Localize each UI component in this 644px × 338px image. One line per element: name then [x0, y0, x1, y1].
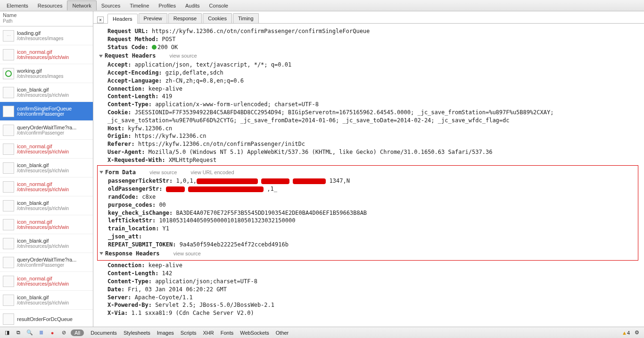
file-icon	[3, 313, 14, 325]
header-row: X-Via: 1.1 sxxa81:9 (Cdn Cache Server V2…	[99, 309, 638, 317]
request-name: confirmSingleForQueue	[17, 106, 72, 111]
chevron-down-icon[interactable]	[99, 252, 103, 255]
view-url-encoded-link[interactable]: view URL encoded	[181, 169, 234, 175]
request-row[interactable]: icon_blank.gif/otn/resources/js/rich/win	[0, 234, 93, 253]
chevron-down-icon[interactable]	[99, 171, 103, 174]
top-tabs: ElementsResourcesNetworkSourcesTimelineP…	[0, 0, 644, 11]
request-row[interactable]: confirmSingleForQueue/otn/confirmPasseng…	[0, 102, 93, 121]
filter-xhr[interactable]: XHR	[203, 330, 214, 336]
list-icon[interactable]: ≣	[37, 329, 45, 337]
detail-tab-cookies[interactable]: Cookies	[203, 13, 232, 23]
file-icon	[3, 125, 14, 136]
form-data-row: train_location: Y1	[98, 225, 638, 233]
request-row[interactable]: icon_blank.gif/otn/resources/js/rich/win	[0, 83, 93, 102]
request-name: icon_normal.gif	[17, 181, 69, 187]
request-name: icon_blank.gif	[17, 87, 69, 93]
request-name: icon_blank.gif	[17, 200, 69, 206]
console-icon[interactable]: ⧉	[14, 329, 23, 337]
header-row: Cookie: JSESSIONID=F7F35394922B4C5A8FD4B…	[99, 109, 638, 125]
request-row[interactable]: queryOrderWaitTime?ra.../otn/confirmPass…	[0, 121, 93, 140]
header-row: Accept-Language: zh-CN,zh;q=0.8,en;q=0.6	[99, 77, 638, 85]
view-source-link[interactable]: view source	[163, 251, 201, 256]
top-tab-audits[interactable]: Audits	[181, 1, 205, 10]
header-row: Host: kyfw.12306.cn	[99, 125, 638, 133]
search-icon[interactable]: 🔍	[25, 329, 34, 337]
block-icon[interactable]: ⊘	[59, 329, 68, 337]
request-row[interactable]: ⋯loading.gif/otn/resources/images	[0, 26, 93, 45]
filter-all[interactable]: All	[71, 330, 84, 336]
request-row[interactable]: working.gif/otn/resources/images	[0, 64, 93, 83]
chevron-down-icon[interactable]	[99, 55, 103, 58]
dock-icon[interactable]: ◨	[3, 329, 11, 337]
request-path: /otn/resources/js/rich/win	[17, 244, 69, 249]
request-row[interactable]: icon_normal.gif/otn/resources/js/rich/wi…	[0, 45, 93, 64]
header-row: Content-Type: application/x-www-form-url…	[99, 101, 638, 109]
top-tab-network[interactable]: Network	[67, 0, 96, 10]
form-data-row: _json_att:	[98, 233, 638, 241]
header-row: X-Powered-By: Servlet 2.5; JBoss-5.0/JBo…	[99, 301, 638, 309]
request-name: icon_blank.gif	[17, 162, 69, 168]
request-row[interactable]: queryOrderWaitTime?ra.../otn/confirmPass…	[0, 253, 93, 272]
top-tab-resources[interactable]: Resources	[33, 1, 67, 10]
record-icon[interactable]: ●	[48, 329, 57, 337]
detail-tab-preview[interactable]: Preview	[139, 13, 167, 23]
request-path: /otn/resources/js/rich/win	[17, 149, 69, 154]
top-tab-timeline[interactable]: Timeline	[125, 1, 154, 10]
form-data-row: passengerTicketStr: 1,0,1, 1347,N	[98, 177, 638, 185]
request-row[interactable]: icon_blank.gif/otn/resources/js/rich/win	[0, 159, 93, 177]
request-row[interactable]: icon_blank.gif/otn/resources/js/rich/win	[0, 291, 93, 310]
close-icon[interactable]: ×	[97, 17, 104, 23]
header-row: Content-Length: 419	[99, 93, 638, 101]
filter-websockets[interactable]: WebSockets	[240, 330, 269, 336]
request-path: /otn/resources/js/rich/win	[17, 168, 69, 173]
form-data-row: REPEAT_SUBMIT_TOKEN: 9a4a50f594eb22225e4…	[98, 241, 638, 249]
detail-tab-headers[interactable]: Headers	[107, 14, 138, 24]
request-path: /otn/resources/js/rich/win	[17, 187, 69, 192]
filter-stylesheets[interactable]: Stylesheets	[124, 330, 150, 336]
status-code: 200 OK	[157, 44, 178, 51]
request-path: /otn/resources/js/rich/win	[17, 225, 69, 230]
request-row[interactable]: icon_normal.gif/otn/resources/js/rich/wi…	[0, 140, 93, 159]
warning-badge[interactable]: ▲4	[622, 330, 630, 336]
req-method-label: Request Method:	[107, 36, 158, 42]
form-data-row: key_check_isChange: BA3DE4A07E70E72F5F3B…	[98, 209, 638, 217]
file-icon	[3, 49, 14, 60]
filter-scripts[interactable]: Scripts	[181, 330, 197, 336]
request-row[interactable]: resultOrderForDcQueue	[0, 310, 93, 327]
sidebar-header[interactable]: Name Path	[0, 11, 93, 26]
request-path: /otn/resources/images	[17, 36, 63, 41]
top-tab-elements[interactable]: Elements	[2, 1, 33, 10]
request-row[interactable]: icon_normal.gif/otn/resources/js/rich/wi…	[0, 215, 93, 234]
bottom-toolbar: ◨ ⧉ 🔍 ≣ ● ⊘ AllDocumentsStylesheetsImage…	[0, 327, 644, 338]
form-data-row: oldPassengerStr: ,1_	[98, 185, 638, 193]
file-icon	[3, 295, 14, 306]
detail-tab-response[interactable]: Response	[168, 13, 202, 23]
detail-tab-timing[interactable]: Timing	[233, 13, 259, 23]
header-row: Content-Length: 142	[99, 270, 638, 278]
top-tab-profiles[interactable]: Profiles	[154, 1, 181, 10]
request-row[interactable]: icon_normal.gif/otn/resources/js/rich/wi…	[0, 272, 93, 291]
header-row: Origin: https://kyfw.12306.cn	[99, 132, 638, 140]
form-data-row: purpose_codes: 00	[98, 201, 638, 209]
form-data-row: randCode: c8xe	[98, 193, 638, 201]
filter-images[interactable]: Images	[157, 330, 174, 336]
filter-fonts[interactable]: Fonts	[221, 330, 234, 336]
gear-icon[interactable]: ⚙	[633, 329, 641, 337]
request-row[interactable]: icon_normal.gif/otn/resources/js/rich/wi…	[0, 177, 93, 196]
request-name: icon_normal.gif	[17, 276, 69, 281]
form-data-row: leftTicketStr: 1018053140405095000010180…	[98, 217, 638, 225]
top-tab-sources[interactable]: Sources	[97, 1, 125, 10]
request-name: working.gif	[17, 68, 63, 74]
filter-other[interactable]: Other	[276, 330, 289, 336]
view-source-link[interactable]: view source	[159, 53, 197, 59]
request-row[interactable]: icon_blank.gif/otn/resources/js/rich/win	[0, 196, 93, 215]
request-name: icon_blank.gif	[17, 238, 69, 244]
view-source-link[interactable]: view source	[139, 169, 177, 175]
filter-documents[interactable]: Documents	[91, 330, 117, 336]
request-list: ⋯loading.gif/otn/resources/imagesicon_no…	[0, 26, 93, 327]
header-row: X-Requested-With: XMLHttpRequest	[99, 156, 638, 164]
top-tab-console[interactable]: Console	[205, 1, 233, 10]
status-label: Status Code:	[107, 44, 149, 51]
request-name: icon_blank.gif	[17, 295, 69, 300]
headers-body: Request URL: https://kyfw.12306.cn/otn/c…	[93, 24, 644, 327]
